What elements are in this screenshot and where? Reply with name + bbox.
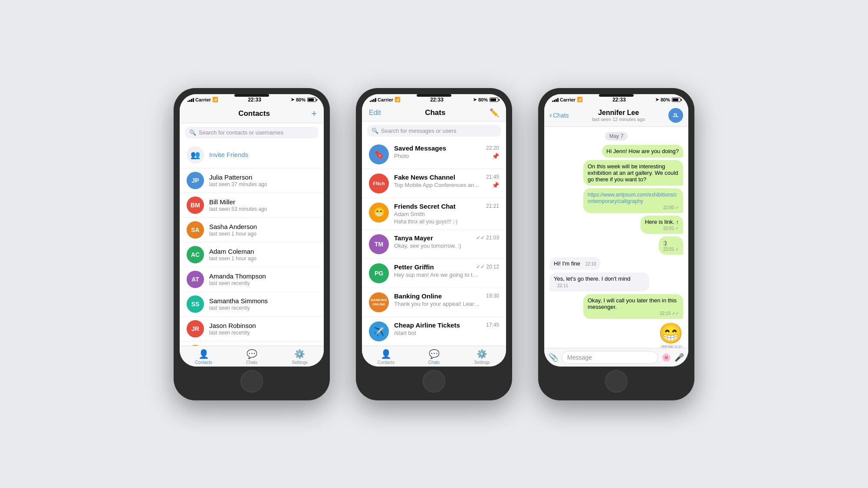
sticker-button[interactable]: 🌸 <box>661 353 671 362</box>
tanya-avatar: TM <box>369 234 389 254</box>
contact-name: Julia Patterson <box>209 174 267 181</box>
petter-avatar: PG <box>369 263 389 283</box>
phone-chat-screen: Carrier 📶 22:33 ➤ 80% ‹ Chats Jennifer L… <box>538 88 694 400</box>
message-link[interactable]: https://www.artipsum.com/exhibitions/con… <box>588 192 677 204</box>
message-bubble-in: Hi! I'm fine 22:10 <box>549 257 601 270</box>
edit-button[interactable]: Edit <box>369 109 381 117</box>
chat-user-avatar[interactable]: JL <box>668 108 683 123</box>
tab-chats-1[interactable]: 💬 Chats <box>228 349 276 365</box>
message-bubble-out: :) 22:01 ✓ <box>659 236 683 255</box>
chat-user-name: Jennifer Lee <box>569 109 668 117</box>
time-label-3: 22:33 <box>612 97 626 103</box>
wifi-icon-2: 📶 <box>395 97 401 102</box>
attachment-button[interactable]: 📎 <box>549 353 558 362</box>
chat-preview: Hey sup man! Are we going to the bar thi… <box>394 272 481 278</box>
friends-avatar: 😁 <box>369 203 389 223</box>
list-item[interactable]: SS Samantha Simmons last seen recently <box>180 292 324 317</box>
tab-label: Contacts <box>195 360 212 365</box>
invite-icon: 👥 <box>187 146 204 164</box>
chat-preview: /start bot <box>394 330 416 336</box>
chat-preview: Photo <box>394 153 409 159</box>
home-button-2[interactable] <box>423 370 445 393</box>
compose-button[interactable]: ✏️ <box>490 108 499 118</box>
tab-chats-2[interactable]: 💬 Chats <box>410 349 458 365</box>
chat-name: Cheap Airline Tickets <box>394 321 460 329</box>
tab-label: Settings <box>292 360 308 365</box>
signal-icon-2 <box>370 98 376 102</box>
search-icon-2: 🔍 <box>372 128 378 134</box>
battery-label-2: 80% <box>478 97 488 102</box>
chat-time: 21:21 <box>486 203 499 209</box>
chat-name: Fake News Channel <box>394 174 455 181</box>
tab-contacts-1[interactable]: 👤 Contacts <box>180 349 228 365</box>
tab-settings-2[interactable]: ⚙️ Settings <box>458 349 506 365</box>
emoji-message: 😁 22:16 ✓✓ <box>658 321 683 348</box>
tab-bar-1: 👤 Contacts 💬 Chats ⚙️ Settings <box>180 346 324 367</box>
list-item[interactable]: ✈️ Cheap Airline Tickets 17:45 /start bo… <box>362 317 506 346</box>
chat-preview: Top Mobile App Conferences and Events 20… <box>394 182 481 188</box>
home-button-1[interactable] <box>240 370 263 393</box>
back-button[interactable]: ‹ Chats <box>549 111 569 120</box>
avatar: AC <box>187 246 204 263</box>
home-button-3[interactable] <box>605 370 628 393</box>
contact-name: Amanda Thompson <box>209 272 266 280</box>
chat-time: 20:12 <box>486 264 499 270</box>
list-item[interactable]: AC Adam Coleman last seen 1 hour ago <box>180 242 324 267</box>
list-item[interactable]: JP Julia Patterson last seen 37 minutes … <box>180 168 324 193</box>
phones-container: Carrier 📶 22:33 ➤ 80% Contacts + 🔍 Sear <box>174 88 694 400</box>
contacts-tab-icon-2: 👤 <box>381 349 391 359</box>
contacts-search-bar[interactable]: 🔍 Search for contacts or usernames <box>185 127 319 138</box>
chats-list: 🔖 Saved Messages 22:20 Photo 📌 <box>362 140 506 346</box>
contact-status: last seen recently <box>209 305 268 311</box>
carrier-label-3: Carrier <box>560 97 575 102</box>
chat-preview: Okay, see you tomorrow. :) <box>394 242 461 249</box>
fnch-avatar: FNch <box>369 174 389 193</box>
tab-settings-1[interactable]: ⚙️ Settings <box>276 349 324 365</box>
list-item[interactable]: AT Amanda Thompson last seen recently <box>180 267 324 292</box>
chats-search-bar[interactable]: 🔍 Search for messages or users <box>367 125 501 137</box>
phone-notch <box>234 94 269 97</box>
contact-status: last seen 37 minutes ago <box>209 181 267 187</box>
contact-status: last seen 53 minutes ago <box>209 206 267 212</box>
avatar-initials: JL <box>673 112 679 118</box>
carrier-label: Carrier <box>195 97 211 102</box>
list-item[interactable]: SA Sasha Anderson last seen 1 hour ago <box>180 218 324 242</box>
chevron-left-icon: ‹ <box>549 111 552 120</box>
message-input[interactable]: Message <box>562 351 658 364</box>
chat-time: 22:20 <box>486 145 499 151</box>
list-item[interactable]: JR Jason Robinson last seen recently <box>180 317 324 341</box>
chat-name: Friends Secret Chat <box>394 203 456 210</box>
avatar: SS <box>187 295 204 313</box>
pin-icon-2: 📌 <box>492 182 499 189</box>
chats-title: Chats <box>381 108 490 117</box>
list-item[interactable]: AR Anna Rodriguez last seen recently <box>180 341 324 346</box>
tab-label: Contacts <box>378 360 395 365</box>
list-item[interactable]: BM Bill Miller last seen 53 minutes ago <box>180 193 324 218</box>
chat-time: 19:30 <box>486 293 499 299</box>
microphone-button[interactable]: 🎤 <box>674 353 684 362</box>
list-item[interactable]: BANKING ONLINE Banking Online 19:30 Than… <box>362 288 506 317</box>
tab-contacts-2[interactable]: 👤 Contacts <box>362 349 410 365</box>
battery-icon-1 <box>307 98 316 102</box>
list-item[interactable]: TM Tanya Mayer ✓✓ 21:03 Okay, see you to… <box>362 230 506 259</box>
invite-friends-label: Invite Friends <box>209 151 248 158</box>
add-contact-button[interactable]: + <box>311 108 317 119</box>
tab-bar-2: 👤 Contacts 💬 Chats ⚙️ Settings <box>362 346 506 367</box>
contacts-nav-header: Contacts + <box>180 105 324 123</box>
battery-icon-3 <box>672 98 681 102</box>
list-item[interactable]: 😁 Friends Secret Chat 21:21 Adam Smith H… <box>362 198 506 230</box>
chat-preview: Thank you for your appeal! Learn about o… <box>394 301 481 307</box>
pin-icon: 📌 <box>492 153 499 160</box>
message-placeholder: Message <box>567 354 592 361</box>
list-item[interactable]: PG Petter Griffin ✓✓ 20:12 Hey sup man! … <box>362 259 506 288</box>
message-text: Here is link. ↑ <box>645 219 679 225</box>
message-text: Yes, let's go there. I don't mind <box>554 275 630 282</box>
message-time: 22:00 ✓ <box>588 205 679 210</box>
list-item[interactable]: 🔖 Saved Messages 22:20 Photo 📌 <box>362 140 506 169</box>
settings-tab-icon: ⚙️ <box>294 349 305 359</box>
chats-tab-icon-2: 💬 <box>429 349 440 359</box>
contacts-tab-icon: 👤 <box>198 349 209 359</box>
invite-friends-row[interactable]: 👥 Invite Friends <box>180 142 324 168</box>
message-bubble-out: Hi Jenn! How are you doing? <box>602 145 683 157</box>
list-item[interactable]: FNch Fake News Channel 21:45 Top Mobile … <box>362 169 506 198</box>
